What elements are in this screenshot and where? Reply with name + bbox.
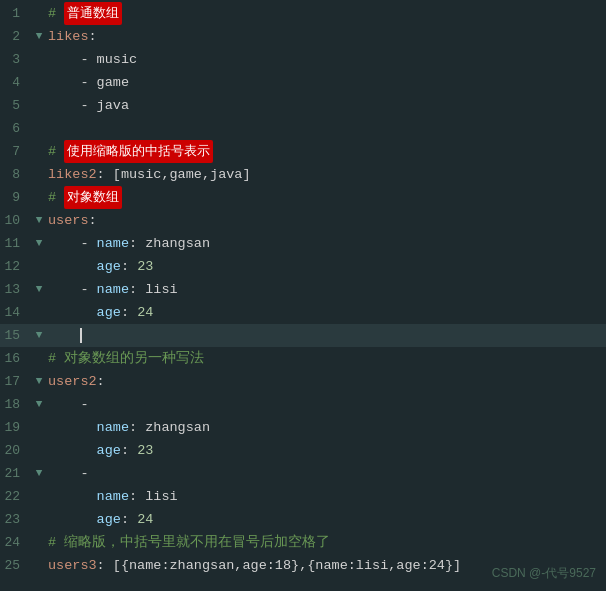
line-number: 17 bbox=[0, 370, 32, 393]
code-line-15: 15▼ bbox=[0, 324, 606, 347]
code-line-5: 5 - java bbox=[0, 94, 606, 117]
code-line-19: 19 name: zhangsan bbox=[0, 416, 606, 439]
value-token: lisi bbox=[145, 485, 177, 508]
key2-token: age bbox=[97, 255, 121, 278]
value-token: java bbox=[97, 94, 129, 117]
line-number: 8 bbox=[0, 163, 32, 186]
bracket-token: [music,game,java] bbox=[113, 163, 251, 186]
code-line-11: 11▼ - name: zhangsan bbox=[0, 232, 606, 255]
key2-token: name bbox=[97, 232, 129, 255]
comment-token: # bbox=[48, 2, 56, 25]
value-token: zhangsan bbox=[145, 416, 210, 439]
dash-token: - bbox=[80, 71, 96, 94]
line-content bbox=[48, 324, 598, 347]
line-number: 23 bbox=[0, 508, 32, 531]
key-token: likes bbox=[48, 25, 89, 48]
punct-token: : bbox=[129, 232, 145, 255]
code-line-24: 24# 缩略版，中括号里就不用在冒号后加空格了 bbox=[0, 531, 606, 554]
key-token: users bbox=[48, 209, 89, 232]
dash-token: - bbox=[80, 393, 88, 416]
fold-icon[interactable]: ▼ bbox=[32, 25, 46, 48]
fold-icon[interactable]: ▼ bbox=[32, 370, 46, 393]
key2-token: age bbox=[97, 439, 121, 462]
comment-token: # bbox=[48, 140, 56, 163]
line-number: 4 bbox=[0, 71, 32, 94]
code-line-21: 21▼ - bbox=[0, 462, 606, 485]
punct-token: : bbox=[129, 416, 145, 439]
line-number: 12 bbox=[0, 255, 32, 278]
fold-icon[interactable]: ▼ bbox=[32, 324, 46, 347]
highlight-token: 对象数组 bbox=[64, 186, 122, 209]
space-token bbox=[56, 186, 64, 209]
dash-token: - bbox=[80, 278, 96, 301]
code-line-6: 6 bbox=[0, 117, 606, 140]
code-line-22: 22 name: lisi bbox=[0, 485, 606, 508]
line-number: 9 bbox=[0, 186, 32, 209]
line-number: 16 bbox=[0, 347, 32, 370]
line-number: 11 bbox=[0, 232, 32, 255]
key2-token: name bbox=[97, 416, 129, 439]
fold-icon[interactable]: ▼ bbox=[32, 462, 46, 485]
line-number: 10 bbox=[0, 209, 32, 232]
punct-token: : bbox=[97, 163, 113, 186]
line-content: users2: bbox=[48, 370, 598, 393]
line-content: # 使用缩略版的中括号表示 bbox=[48, 140, 598, 163]
line-content: age: 24 bbox=[48, 508, 598, 531]
punct-token: : bbox=[129, 278, 145, 301]
code-line-23: 23 age: 24 bbox=[0, 508, 606, 531]
fold-icon[interactable]: ▼ bbox=[32, 232, 46, 255]
orange-key-token: users3 bbox=[48, 554, 97, 577]
line-content: age: 23 bbox=[48, 439, 598, 462]
line-content: age: 23 bbox=[48, 255, 598, 278]
code-line-7: 7# 使用缩略版的中括号表示 bbox=[0, 140, 606, 163]
code-line-20: 20 age: 23 bbox=[0, 439, 606, 462]
line-content: age: 24 bbox=[48, 301, 598, 324]
value-token: zhangsan bbox=[145, 232, 210, 255]
line-number: 6 bbox=[0, 117, 32, 140]
code-line-18: 18▼ - bbox=[0, 393, 606, 416]
value-token: game bbox=[97, 71, 129, 94]
cursor-container bbox=[80, 324, 82, 347]
dash-token: - bbox=[80, 232, 96, 255]
space-token bbox=[56, 140, 64, 163]
code-editor: 1# 普通数组2▼likes:3 - music4 - game5 - java… bbox=[0, 0, 606, 591]
dash-token: - bbox=[80, 48, 96, 71]
code-line-12: 12 age: 23 bbox=[0, 255, 606, 278]
line-content: # 对象数组 bbox=[48, 186, 598, 209]
code-line-4: 4 - game bbox=[0, 71, 606, 94]
code-line-10: 10▼users: bbox=[0, 209, 606, 232]
highlight-token: 使用缩略版的中括号表示 bbox=[64, 140, 213, 163]
fold-icon[interactable]: ▼ bbox=[32, 278, 46, 301]
line-number: 15 bbox=[0, 324, 32, 347]
fold-icon[interactable]: ▼ bbox=[32, 209, 46, 232]
line-number: 18 bbox=[0, 393, 32, 416]
dash-token: - bbox=[80, 94, 96, 117]
fold-icon[interactable]: ▼ bbox=[32, 393, 46, 416]
line-number: 5 bbox=[0, 94, 32, 117]
line-number: 14 bbox=[0, 301, 32, 324]
line-content: - java bbox=[48, 94, 598, 117]
line-number: 21 bbox=[0, 462, 32, 485]
line-content: # 普通数组 bbox=[48, 2, 598, 25]
code-line-17: 17▼users2: bbox=[0, 370, 606, 393]
line-content: - name: zhangsan bbox=[48, 232, 598, 255]
dash-token: - bbox=[80, 462, 88, 485]
code-line-2: 2▼likes: bbox=[0, 25, 606, 48]
value-token: lisi bbox=[145, 278, 177, 301]
line-content: likes2: [music,game,java] bbox=[48, 163, 598, 186]
line-content: - music bbox=[48, 48, 598, 71]
key2-token: name bbox=[97, 278, 129, 301]
num-token: 23 bbox=[137, 255, 153, 278]
line-number: 2 bbox=[0, 25, 32, 48]
line-content: name: lisi bbox=[48, 485, 598, 508]
code-line-3: 3 - music bbox=[0, 48, 606, 71]
line-content: - bbox=[48, 393, 598, 416]
key2-token: age bbox=[97, 301, 121, 324]
line-number: 22 bbox=[0, 485, 32, 508]
line-number: 3 bbox=[0, 48, 32, 71]
line-number: 13 bbox=[0, 278, 32, 301]
line-number: 20 bbox=[0, 439, 32, 462]
orange-key-token: likes2 bbox=[48, 163, 97, 186]
comment-token: # bbox=[48, 186, 56, 209]
code-line-9: 9# 对象数组 bbox=[0, 186, 606, 209]
